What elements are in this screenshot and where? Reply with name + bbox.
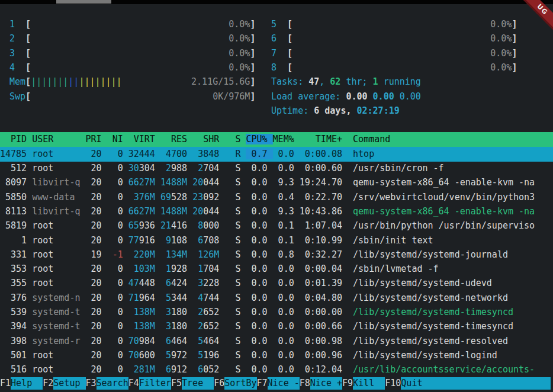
fkey-f1[interactable]: F1	[0, 377, 11, 390]
process-row[interactable]: 353 root 20 0 103M 1928 1704 S 0.0 0.0 0…	[0, 262, 439, 277]
cpu-meter-4: 4 [ 0.0%]	[9, 60, 255, 75]
process-row[interactable]: 331 root 19 -1 220M 134M 126M S 0.0 0.8 …	[0, 248, 508, 262]
fkey-label-tree[interactable]: Tree	[182, 377, 214, 390]
process-row[interactable]: 5819 root 20 0 65936 21416 8000 S 0.0 0.…	[0, 219, 535, 233]
fkey-f5[interactable]: F5	[171, 377, 182, 390]
window-top-strip	[0, 0, 553, 4]
process-row[interactable]: 516 root 20 0 281M 6912 6052 S 0.0 0.0 0…	[0, 362, 535, 377]
cpu-meter-5: 5 [ 0.0%]	[271, 17, 517, 32]
fkey-label-help[interactable]: Help	[11, 377, 43, 390]
uptime: Uptime: 6 days, 02:27:19	[271, 104, 400, 118]
fkey-label-nice-[interactable]: Nice -	[268, 377, 300, 390]
column-header-ni[interactable]: NI	[107, 134, 128, 144]
column-header-shr[interactable]: SHR	[192, 134, 235, 144]
column-header-pri[interactable]: PRI	[86, 134, 107, 144]
tasks-summary: Tasks: 47, 62 thr; 1 running	[271, 75, 421, 89]
load-average: Load average: 0.00 0.00 0.00	[271, 89, 421, 104]
cpu-meter-6: 6 [ 0.0%]	[271, 31, 517, 46]
cpu-meter-1: 1 [ 0.0%]	[9, 17, 255, 32]
process-row[interactable]: 5850 www-data 20 0 376M 69528 23092 S 0.…	[0, 190, 535, 205]
fkey-label-kill[interactable]: Kill	[353, 377, 385, 390]
column-header-s[interactable]: S	[235, 134, 246, 144]
fkey-f9[interactable]: F9	[342, 377, 353, 390]
fkey-label-filter[interactable]: Filter	[139, 377, 171, 390]
process-row[interactable]: 14785 root 20 0 32444 4700 3848 R 0.7 0.…	[0, 147, 553, 162]
cpu-meter-3: 3 [ 0.0%]	[9, 46, 255, 61]
top-tab-indicator	[56, 0, 111, 4]
column-header-command[interactable]: Command	[353, 134, 390, 144]
process-row[interactable]: 539 systemd-t 20 0 138M 3180 2652 S 0.0 …	[0, 305, 513, 320]
fkey-f6[interactable]: F6	[214, 377, 224, 390]
column-header-virt[interactable]: VIRT	[128, 134, 160, 144]
htop-terminal: UG 1 [ 0.0%]2 [ 0.0%]3 [ 0.0%]4 [ 0.0%]5…	[0, 0, 553, 392]
cpu-meter-8: 8 [ 0.0%]	[271, 60, 517, 75]
fkey-label-nice-[interactable]: Nice +	[310, 377, 342, 390]
column-header-cpu[interactable]: CPU%	[246, 134, 272, 144]
function-key-bar: F1Help F2Setup F3SearchF4FilterF5Tree F6…	[0, 377, 551, 390]
fkey-label-setup[interactable]: Setup	[53, 377, 85, 390]
process-table-header: PID USER PRI NI VIRT RES SHR S CPU% MEM%…	[0, 132, 553, 147]
fkey-f8[interactable]: F8	[300, 377, 310, 390]
column-header-time+[interactable]: TIME+	[300, 134, 353, 144]
process-row[interactable]: 8097 libvirt-q 20 0 6627M 1488M 20044 S …	[0, 175, 535, 190]
fkey-label-quit[interactable]: Quit	[401, 377, 433, 390]
memory-meter: Mem[||||||||||||||||| 2.11G/15.6G]	[9, 75, 255, 89]
fkey-f10[interactable]: F10	[385, 377, 401, 390]
fkey-f2[interactable]: F2	[43, 377, 53, 390]
column-header-user[interactable]: USER	[32, 134, 85, 144]
process-row[interactable]: 501 root 20 0 70600 5972 5196 S 0.0 0.0 …	[0, 348, 497, 363]
column-header-mem[interactable]: MEM%	[273, 134, 300, 144]
debug-ribbon: UG	[520, 0, 553, 32]
process-row[interactable]: 398 systemd-r 20 0 70984 6464 5464 S 0.0…	[0, 334, 508, 349]
process-row[interactable]: 376 systemd-n 20 0 71964 5344 4744 S 0.0…	[0, 291, 508, 306]
swap-meter: Swp[ 0K/976M]	[9, 89, 255, 104]
process-row[interactable]: 394 systemd-t 20 0 138M 3180 2652 S 0.0 …	[0, 319, 513, 334]
cpu-meter-2: 2 [ 0.0%]	[9, 31, 255, 46]
fbar-filler	[433, 377, 551, 390]
process-row[interactable]: 8113 libvirt-q 20 0 6627M 1488M 20044 S …	[0, 204, 535, 219]
fkey-f3[interactable]: F3	[86, 377, 97, 390]
fkey-f7[interactable]: F7	[257, 377, 268, 390]
process-row[interactable]: 1 root 20 0 77916 9108 6708 S 0.0 0.1 0:…	[0, 233, 433, 248]
cpu-meter-7: 7 [ 0.0%]	[271, 46, 517, 61]
process-row[interactable]: 355 root 20 0 47448 6424 3228 S 0.0 0.0 …	[0, 276, 492, 291]
fkey-f4[interactable]: F4	[128, 377, 139, 390]
column-header-pid[interactable]: PID	[0, 134, 32, 144]
process-row[interactable]: 512 root 20 0 30304 2988 2704 S 0.0 0.0 …	[0, 161, 444, 176]
column-header-res[interactable]: RES	[160, 134, 192, 144]
fkey-label-search[interactable]: Search	[97, 377, 128, 390]
fkey-label-sortby[interactable]: SortBy	[224, 377, 256, 390]
